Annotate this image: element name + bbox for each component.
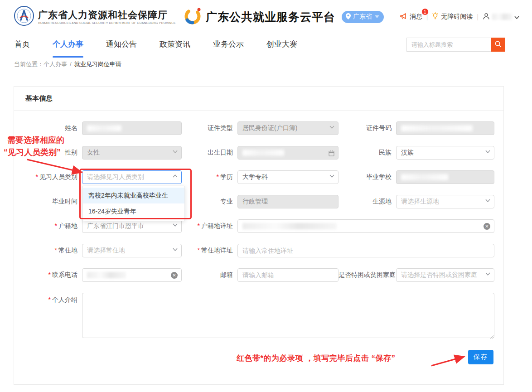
birth-date-input [237, 146, 339, 160]
graduation-time-label: 毕业时间 [14, 198, 82, 206]
residence-place-select[interactable]: 请选择常住地 [82, 244, 182, 257]
breadcrumb-parent[interactable]: 个人办事 [44, 61, 67, 68]
annotation-bottom-note: 红色带*的为必录项 ，填写完毕后点击 “保存” [237, 353, 396, 363]
page: 广东省人力资源和社会保障厅 HUMAN RESOURCES AND SOCIAL… [0, 0, 532, 392]
masked-value [401, 125, 473, 131]
chevron-down-icon [173, 150, 178, 153]
poor-family-label: 是否特困或贫困家庭 [339, 271, 396, 279]
basic-info-card: 基本信息 姓名 证件类型 居民身份证(户口簿) 证件号码 性别 女性 [14, 86, 504, 385]
chevron-down-icon [485, 199, 490, 202]
department-name-en: HUMAN RESOURCES AND SOCIAL SECURITY DEPA… [38, 21, 176, 24]
education-select[interactable]: 大学专科 [237, 170, 339, 184]
platform-name: 广东公共就业服务云平台 [206, 10, 335, 24]
calendar-icon [329, 150, 334, 156]
user-menu[interactable] [483, 13, 519, 21]
chevron-down-icon [485, 150, 490, 153]
origin-place-select[interactable]: 请选择生源地 [396, 195, 494, 208]
intro-label: *个人介绍 [14, 293, 82, 304]
breadcrumb-current: 就业见习岗位申请 [74, 61, 121, 68]
nav-item-home[interactable]: 首页 [15, 39, 30, 51]
breadcrumb-prefix: 当前位置： [14, 61, 44, 68]
masked-value [242, 150, 284, 156]
form-row: *户籍地 广东省江门市恩平市 *户籍地详址 ✕ [14, 219, 503, 233]
location-pin-icon [345, 13, 351, 21]
section-title: 基本信息 [14, 87, 503, 111]
chevron-down-icon [329, 126, 334, 129]
platform-logo-icon [183, 6, 202, 27]
form-row: *见习人员类别 请选择见习人员类别 离校2年内未就业高校毕业生 16-24岁失业… [14, 170, 503, 184]
department-emblem-icon [14, 5, 34, 28]
main-nav: 首页 个人办事 通知公告 政策资讯 业务公示 创业大赛 [15, 39, 320, 51]
annotation-top-note: 需要选择相应的 “见习人员类别” [7, 134, 64, 159]
location-selector[interactable]: 广东省 [342, 11, 384, 23]
masked-value [87, 125, 121, 131]
email-label: 邮箱 [182, 271, 237, 279]
residence-place-label: *常住地 [14, 247, 82, 255]
phone-input[interactable]: ✕ [82, 268, 182, 282]
save-button[interactable]: 保存 [468, 350, 493, 364]
search-button[interactable] [491, 38, 505, 52]
title-search [406, 38, 505, 52]
masked-value [87, 272, 126, 278]
form-row: *常住地 请选择常住地 *常住地详址 [14, 244, 503, 257]
ethnicity-select[interactable]: 汉族 [396, 146, 494, 160]
ethnicity-label: 民族 [339, 149, 396, 157]
name-input [82, 121, 182, 135]
form-row: 性别 女性 出生日期 [14, 146, 503, 160]
poor-family-select[interactable]: 请选择是否特困或贫困家庭 [396, 268, 494, 282]
masked-value [242, 223, 337, 229]
major-label: 专业 [182, 198, 237, 206]
messages-label: 消息 [410, 13, 422, 21]
masked-value [401, 174, 448, 180]
graduate-school-label: 毕业学校 [339, 173, 396, 181]
dropdown-option-graduate[interactable]: 离校2年内未就业高校毕业生 [83, 188, 184, 203]
nav-item-notices[interactable]: 通知公告 [106, 39, 137, 51]
household-place-select[interactable]: 广东省江门市恩平市 [82, 219, 182, 233]
email-input[interactable] [237, 268, 339, 282]
megaphone-icon [400, 13, 407, 21]
id-type-select: 居民身份证(户口簿) [237, 121, 339, 135]
residence-address-input[interactable] [237, 244, 494, 257]
chevron-down-icon [329, 174, 334, 178]
chevron-down-icon [173, 248, 178, 251]
breadcrumb: 当前位置：个人办事/就业见习岗位申请 [14, 60, 121, 68]
trainee-category-select[interactable]: 请选择见习人员类别 离校2年内未就业高校毕业生 16-24岁失业青年 [82, 170, 182, 184]
department-name: 广东省人力资源和社会保障厅 [38, 10, 176, 20]
form-row: *联系电话 ✕ 邮箱 是否特困或贫困家庭 请选择是否特困或贫困家庭 [14, 268, 503, 282]
graduate-school-input [396, 170, 494, 184]
nav-item-public[interactable]: 业务公示 [213, 39, 244, 51]
major-input: 行政管理 [237, 195, 339, 208]
annotation-line: “见习人员类别” [4, 146, 64, 159]
messages-link[interactable]: 消息 1 [400, 13, 422, 21]
chevron-down-icon [514, 13, 519, 20]
dropdown-option-youth[interactable]: 16-24岁失业青年 [83, 203, 184, 219]
top-header: 广东省人力资源和社会保障厅 HUMAN RESOURCES AND SOCIAL… [14, 5, 519, 28]
user-icon [483, 13, 490, 21]
gender-select: 女性 [82, 146, 182, 160]
accessibility-link[interactable]: 无障碍阅读 [432, 12, 473, 21]
residence-address-label: *常住地详址 [182, 247, 237, 255]
messages-badge: 1 [421, 8, 429, 15]
household-address-label: *户籍地详址 [182, 222, 237, 230]
nav-item-policy[interactable]: 政策资讯 [160, 39, 190, 51]
id-type-label: 证件类型 [182, 124, 237, 132]
household-place-label: *户籍地 [14, 222, 82, 230]
trainee-category-label: *见习人员类别 [14, 173, 82, 181]
clear-icon[interactable]: ✕ [484, 223, 490, 230]
clear-icon[interactable]: ✕ [171, 272, 178, 279]
phone-label: *联系电话 [14, 271, 82, 279]
lightbulb-icon [432, 12, 439, 21]
nav-item-personal[interactable]: 个人办事 [53, 39, 83, 51]
intro-textarea[interactable] [82, 293, 494, 338]
nav-item-contest[interactable]: 创业大赛 [266, 39, 297, 51]
location-label: 广东省 [353, 13, 372, 21]
search-input[interactable] [406, 38, 491, 52]
breadcrumb-separator: / [70, 61, 72, 68]
chevron-up-icon [173, 174, 178, 178]
intro-textarea-wrap [82, 293, 494, 340]
chevron-down-icon [375, 15, 379, 18]
trainee-category-dropdown: 离校2年内未就业高校毕业生 16-24岁失业青年 [82, 186, 185, 221]
household-address-input[interactable]: ✕ [237, 219, 494, 233]
form-row: 姓名 证件类型 居民身份证(户口簿) 证件号码 [14, 121, 503, 135]
header-actions: 消息 1 | 无障碍阅读 | [400, 12, 519, 21]
